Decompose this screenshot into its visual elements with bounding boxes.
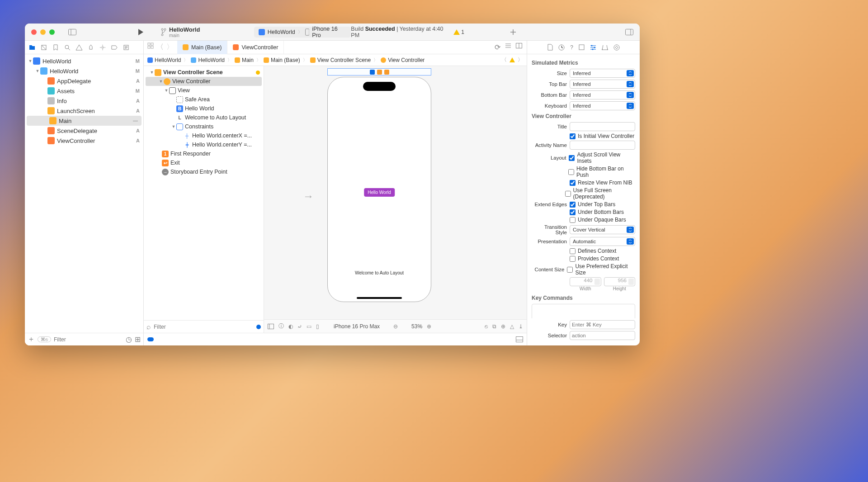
nav-forward-icon[interactable]: 〉	[166, 43, 174, 52]
outline-filter-toggle[interactable]	[256, 325, 261, 329]
file-row[interactable]: AppDelegateA	[25, 76, 143, 86]
scene-row[interactable]: ▼View Controller Scene	[144, 68, 264, 77]
stack-icon[interactable]: ⧉	[492, 323, 496, 330]
nav-back-icon[interactable]: 〈	[156, 43, 164, 52]
explicit-size-checkbox[interactable]	[567, 267, 573, 273]
warning-icon[interactable]	[509, 57, 515, 62]
first-responder-dock-icon[interactable]	[377, 70, 382, 75]
attributes-inspector-icon[interactable]	[590, 45, 596, 50]
bookmark-navigator-icon[interactable]	[52, 44, 59, 51]
entry-row[interactable]: →Storyboard Entry Point	[144, 167, 264, 176]
zoom-out-icon[interactable]: ⊖	[393, 323, 398, 330]
scheme-selector[interactable]: HelloWorld 〉 iPhone 16 Pro	[254, 27, 351, 38]
constraints-row[interactable]: ▼Constraints	[144, 122, 264, 131]
device-icon[interactable]: ▯	[316, 323, 319, 330]
button-row[interactable]: BHello World	[144, 104, 264, 113]
appearance-icon[interactable]: ◐	[288, 323, 293, 330]
close-icon[interactable]	[31, 29, 37, 35]
file-row[interactable]: InfoA	[25, 96, 143, 106]
vc-dock-icon[interactable]	[370, 70, 375, 75]
history-inspector-icon[interactable]	[558, 44, 565, 51]
height-input[interactable]: 956	[604, 277, 636, 286]
filter-input[interactable]	[54, 336, 123, 343]
library-button[interactable]	[509, 28, 517, 36]
warning-badge[interactable]: 1	[453, 29, 464, 35]
layout-icon[interactable]: ▭	[307, 323, 311, 330]
is-initial-checkbox[interactable]	[570, 133, 576, 139]
hide-bottom-checkbox[interactable]	[568, 169, 574, 175]
nav-back-icon[interactable]: 〈	[501, 56, 507, 64]
resolve-icon[interactable]: △	[510, 323, 514, 330]
provides-context-checkbox[interactable]	[570, 256, 576, 262]
minimize-icon[interactable]	[40, 29, 46, 35]
group-folder[interactable]: ▼ HelloWorldM	[25, 66, 143, 76]
key-input[interactable]	[570, 320, 635, 329]
full-screen-checkbox[interactable]	[565, 191, 571, 197]
breakpoint-navigator-icon[interactable]	[111, 44, 118, 51]
zoom-in-icon[interactable]: ⊕	[427, 323, 431, 330]
canvas-button[interactable]: Hello World	[364, 188, 395, 197]
transition-select[interactable]: Cover Vertical	[570, 225, 635, 234]
keyboard-select[interactable]: Inferred	[570, 101, 635, 110]
scm-branch-block[interactable]: HelloWorld main	[161, 26, 200, 38]
related-items-icon[interactable]	[147, 43, 154, 52]
width-input[interactable]: 440	[570, 277, 601, 286]
constraint-row[interactable]: ┿Hello World.centerY =...	[144, 140, 264, 149]
outline-filter-input[interactable]	[154, 324, 254, 330]
file-inspector-icon[interactable]	[547, 44, 553, 51]
presentation-select[interactable]: Automatic	[570, 237, 635, 246]
report-navigator-icon[interactable]	[123, 44, 130, 51]
add-icon[interactable]: ＋	[28, 335, 35, 344]
filter-scope-icon[interactable]: ⌘⎋	[38, 336, 51, 342]
filter-icon[interactable]: ⌕	[146, 323, 151, 331]
nav-forward-icon[interactable]: 〉	[518, 56, 523, 64]
breakpoint-toggle[interactable]	[147, 337, 154, 341]
scm-filter-icon[interactable]: ⊞	[135, 335, 141, 344]
zoom-icon[interactable]	[49, 29, 55, 35]
inspector-toggle-icon[interactable]	[625, 29, 633, 35]
size-select[interactable]: Inferred	[570, 69, 635, 78]
add-editor-icon[interactable]	[516, 43, 522, 52]
refresh-icon[interactable]: ⟳	[495, 43, 500, 52]
issue-navigator-icon[interactable]	[75, 44, 83, 51]
project-root[interactable]: ▼ HelloWorldM	[25, 56, 143, 66]
file-row-selected[interactable]: Main—	[27, 116, 142, 126]
pin-icon[interactable]: ⊕	[501, 323, 505, 330]
sidebar-toggle-icon[interactable]	[68, 29, 76, 35]
tab-viewcontroller[interactable]: ViewController	[227, 41, 284, 54]
debug-area-toggle-icon[interactable]	[516, 336, 523, 342]
orientation-icon[interactable]: ⤾	[297, 323, 302, 330]
defines-context-checkbox[interactable]	[570, 248, 576, 254]
connections-inspector-icon[interactable]	[613, 44, 620, 51]
align-icon[interactable]: ⎋	[485, 323, 488, 330]
file-row[interactable]: AssetsM	[25, 86, 143, 96]
run-button[interactable]	[137, 28, 144, 36]
safearea-row[interactable]: Safe Area	[144, 95, 264, 104]
activity-input[interactable]	[570, 141, 635, 150]
jump-bar[interactable]: HelloWorld〉 HelloWorld〉 Main〉 Main (Base…	[144, 54, 527, 66]
under-opaque-checkbox[interactable]	[570, 217, 576, 223]
stepper-icon[interactable]	[594, 279, 600, 285]
scene-header-bar[interactable]	[327, 68, 431, 76]
exit-dock-icon[interactable]	[384, 70, 389, 75]
title-input[interactable]	[570, 122, 635, 131]
exit-row[interactable]: ↩Exit	[144, 158, 264, 167]
test-navigator-icon[interactable]	[87, 44, 94, 51]
adjust-editor-icon[interactable]	[505, 43, 511, 52]
accessibility-icon[interactable]: ⓘ	[278, 322, 284, 330]
file-row[interactable]: SceneDelegateA	[25, 126, 143, 136]
topbar-select[interactable]: Inferred	[570, 80, 635, 89]
resize-nib-checkbox[interactable]	[570, 180, 576, 186]
clock-icon[interactable]: ◷	[126, 335, 132, 344]
view-row[interactable]: ▼View	[144, 86, 264, 95]
find-navigator-icon[interactable]	[64, 44, 71, 51]
tab-main[interactable]: Main (Base)	[177, 41, 227, 54]
ib-canvas[interactable]: → Hello World Welcome to Auto Layout	[264, 66, 527, 319]
device-name[interactable]: iPhone 16 Pro Max	[334, 323, 380, 330]
bottombar-select[interactable]: Inferred	[570, 90, 635, 99]
label-row[interactable]: LWelcome to Auto Layout	[144, 113, 264, 122]
outline-toggle-icon[interactable]	[268, 324, 274, 329]
file-row[interactable]: LaunchScreenA	[25, 106, 143, 116]
constraint-row[interactable]: ┼Hello World.centerX =...	[144, 131, 264, 140]
first-responder-row[interactable]: 1First Responder	[144, 149, 264, 158]
